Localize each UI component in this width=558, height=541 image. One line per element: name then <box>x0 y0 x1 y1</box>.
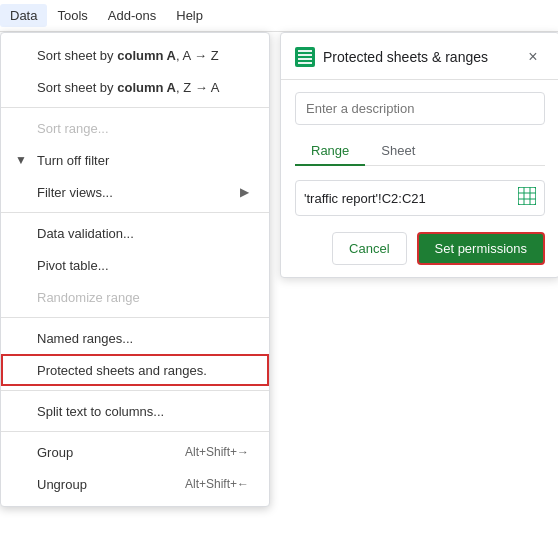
panel-title: Protected sheets & ranges <box>323 49 521 65</box>
menu-row-group[interactable]: Group Alt+Shift+→ <box>1 436 269 468</box>
divider-2 <box>1 212 269 213</box>
menu-row-data-validation[interactable]: Data validation... <box>1 217 269 249</box>
arrow-icon: ▶ <box>240 185 249 199</box>
svg-rect-2 <box>298 54 312 56</box>
panel-body: Range Sheet Cancel Set permissions <box>281 80 558 277</box>
description-input[interactable] <box>295 92 545 125</box>
menu-item-data[interactable]: Data <box>0 4 47 27</box>
divider-4 <box>1 390 269 391</box>
menu-row-filter-views[interactable]: Filter views... ▶ <box>1 176 269 208</box>
tabs-row: Range Sheet <box>295 137 545 166</box>
range-input[interactable] <box>304 191 512 206</box>
grid-select-icon[interactable] <box>518 187 536 209</box>
cancel-button[interactable]: Cancel <box>332 232 406 265</box>
svg-rect-1 <box>298 50 312 52</box>
menu-row-pivot-table[interactable]: Pivot table... <box>1 249 269 281</box>
panel-header: Protected sheets & ranges × <box>281 33 558 80</box>
dropdown-menu: Sort sheet by column A, A → Z Sort sheet… <box>0 32 270 507</box>
tab-sheet[interactable]: Sheet <box>365 137 431 166</box>
divider-1 <box>1 107 269 108</box>
menu-row-named-ranges[interactable]: Named ranges... <box>1 322 269 354</box>
set-permissions-button[interactable]: Set permissions <box>417 232 545 265</box>
svg-rect-5 <box>518 187 536 205</box>
menu-row-split-text[interactable]: Split text to columns... <box>1 395 269 427</box>
tab-range[interactable]: Range <box>295 137 365 166</box>
menu-item-help[interactable]: Help <box>166 4 213 27</box>
menu-item-tools[interactable]: Tools <box>47 4 97 27</box>
svg-rect-4 <box>298 62 312 64</box>
menu-row-sort-az[interactable]: Sort sheet by column A, A → Z <box>1 39 269 71</box>
menu-row-sort-range: Sort range... <box>1 112 269 144</box>
menu-bar: Data Tools Add-ons Help <box>0 0 558 32</box>
menu-row-protected-sheets[interactable]: Protected sheets and ranges. <box>1 354 269 386</box>
range-input-row <box>295 180 545 216</box>
dropdown-container: Sort sheet by column A, A → Z Sort sheet… <box>0 32 550 507</box>
filter-icon: ▼ <box>15 153 27 167</box>
menu-row-ungroup[interactable]: Ungroup Alt+Shift+← <box>1 468 269 500</box>
close-button[interactable]: × <box>521 45 545 69</box>
menu-row-randomize-range: Randomize range <box>1 281 269 313</box>
divider-3 <box>1 317 269 318</box>
menu-row-sort-za[interactable]: Sort sheet by column A, Z → A <box>1 71 269 103</box>
sheets-icon <box>295 47 315 67</box>
menu-row-turn-off-filter[interactable]: ▼ Turn off filter <box>1 144 269 176</box>
divider-5 <box>1 431 269 432</box>
right-panel: Protected sheets & ranges × Range Sheet <box>280 32 558 278</box>
menu-item-addons[interactable]: Add-ons <box>98 4 166 27</box>
svg-rect-3 <box>298 58 312 60</box>
actions-row: Cancel Set permissions <box>295 232 545 265</box>
